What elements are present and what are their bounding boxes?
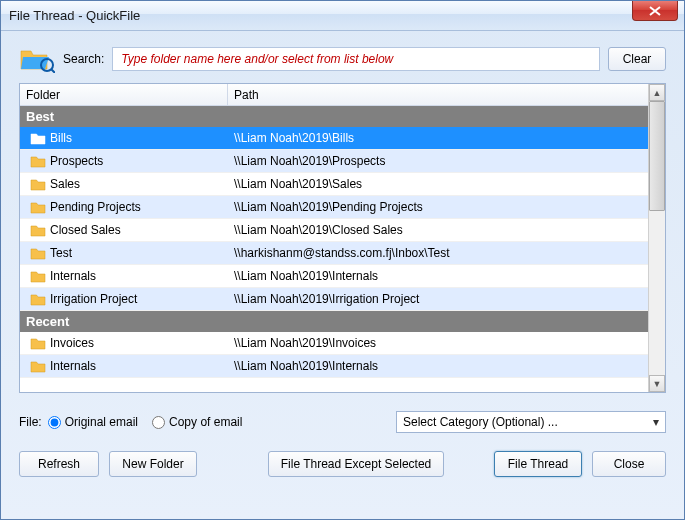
row-folder-name: Sales	[50, 177, 80, 191]
column-header-path[interactable]: Path	[228, 84, 648, 105]
row-path: \\Liam Noah\2019\Invoices	[234, 336, 376, 350]
titlebar[interactable]: File Thread - QuickFile	[1, 1, 684, 31]
scroll-up-button[interactable]: ▲	[649, 84, 665, 101]
category-select[interactable]: Select Category (Optional) ...	[396, 411, 666, 433]
options-row: File: Original email Copy of email Selec…	[19, 411, 666, 433]
close-icon	[649, 6, 661, 16]
table-row[interactable]: Bills\\Liam Noah\2019\Bills	[20, 127, 648, 150]
folder-icon	[30, 247, 46, 260]
table-row[interactable]: Closed Sales\\Liam Noah\2019\Closed Sale…	[20, 219, 648, 242]
folder-icon	[30, 224, 46, 237]
column-header-folder[interactable]: Folder	[20, 84, 228, 105]
table-row[interactable]: Internals\\Liam Noah\2019\Internals	[20, 355, 648, 378]
row-path: \\Liam Noah\2019\Closed Sales	[234, 223, 403, 237]
new-folder-button[interactable]: New Folder	[109, 451, 197, 477]
radio-copy-label: Copy of email	[169, 415, 242, 429]
folder-icon	[30, 293, 46, 306]
row-folder-name: Closed Sales	[50, 223, 121, 237]
row-path: \\Liam Noah\2019\Sales	[234, 177, 362, 191]
file-thread-button[interactable]: File Thread	[494, 451, 582, 477]
row-folder-name: Prospects	[50, 154, 103, 168]
scrollbar[interactable]: ▲ ▼	[648, 84, 665, 392]
category-placeholder: Select Category (Optional) ...	[403, 415, 558, 429]
table-row[interactable]: Prospects\\Liam Noah\2019\Prospects	[20, 150, 648, 173]
folder-icon	[30, 270, 46, 283]
row-path: \\Liam Noah\2019\Bills	[234, 131, 354, 145]
folder-icon	[30, 337, 46, 350]
scroll-thumb[interactable]	[649, 101, 665, 211]
group-recent: Recent	[20, 311, 648, 332]
svg-line-1	[51, 69, 55, 73]
search-label: Search:	[63, 52, 104, 66]
content-area: Search: Clear Folder Path Best Bills\\Li…	[1, 31, 684, 491]
table-row[interactable]: Test\\harkishanm@standss.com.fj\Inbox\Te…	[20, 242, 648, 265]
row-path: \\harkishanm@standss.com.fj\Inbox\Test	[234, 246, 450, 260]
folder-icon	[30, 155, 46, 168]
window-title: File Thread - QuickFile	[9, 8, 140, 23]
scroll-track[interactable]	[649, 101, 665, 375]
folder-list: Folder Path Best Bills\\Liam Noah\2019\B…	[19, 83, 666, 393]
close-window-button[interactable]	[632, 1, 678, 21]
row-path: \\Liam Noah\2019\Prospects	[234, 154, 385, 168]
row-folder-name: Pending Projects	[50, 200, 141, 214]
row-path: \\Liam Noah\2019\Pending Projects	[234, 200, 423, 214]
refresh-button[interactable]: Refresh	[19, 451, 99, 477]
folder-icon	[30, 178, 46, 191]
row-folder-name: Internals	[50, 269, 96, 283]
scroll-down-button[interactable]: ▼	[649, 375, 665, 392]
row-path: \\Liam Noah\2019\Internals	[234, 359, 378, 373]
file-thread-except-button[interactable]: File Thread Except Selected	[268, 451, 444, 477]
row-folder-name: Irrigation Project	[50, 292, 137, 306]
clear-button[interactable]: Clear	[608, 47, 666, 71]
button-row: Refresh New Folder File Thread Except Se…	[19, 451, 666, 477]
folder-icon	[30, 201, 46, 214]
table-row[interactable]: Invoices\\Liam Noah\2019\Invoices	[20, 332, 648, 355]
file-label: File:	[19, 415, 42, 429]
radio-copy-email[interactable]: Copy of email	[152, 415, 242, 429]
dialog-window: File Thread - QuickFile Search: Clear	[0, 0, 685, 520]
table-row[interactable]: Internals\\Liam Noah\2019\Internals	[20, 265, 648, 288]
radio-copy-input[interactable]	[152, 416, 165, 429]
table-row[interactable]: Pending Projects\\Liam Noah\2019\Pending…	[20, 196, 648, 219]
table-row[interactable]: Irrigation Project\\Liam Noah\2019\Irrig…	[20, 288, 648, 311]
search-input[interactable]	[112, 47, 600, 71]
close-button[interactable]: Close	[592, 451, 666, 477]
radio-original-input[interactable]	[48, 416, 61, 429]
app-icon	[19, 45, 55, 73]
row-folder-name: Test	[50, 246, 72, 260]
search-row: Search: Clear	[19, 45, 666, 73]
table-row[interactable]: Sales\\Liam Noah\2019\Sales	[20, 173, 648, 196]
folder-icon	[30, 132, 46, 145]
radio-original-label: Original email	[65, 415, 138, 429]
radio-original-email[interactable]: Original email	[48, 415, 138, 429]
row-path: \\Liam Noah\2019\Irrigation Project	[234, 292, 419, 306]
row-folder-name: Bills	[50, 131, 72, 145]
group-best: Best	[20, 106, 648, 127]
row-path: \\Liam Noah\2019\Internals	[234, 269, 378, 283]
row-folder-name: Internals	[50, 359, 96, 373]
list-header: Folder Path	[20, 84, 648, 106]
folder-icon	[30, 360, 46, 373]
row-folder-name: Invoices	[50, 336, 94, 350]
